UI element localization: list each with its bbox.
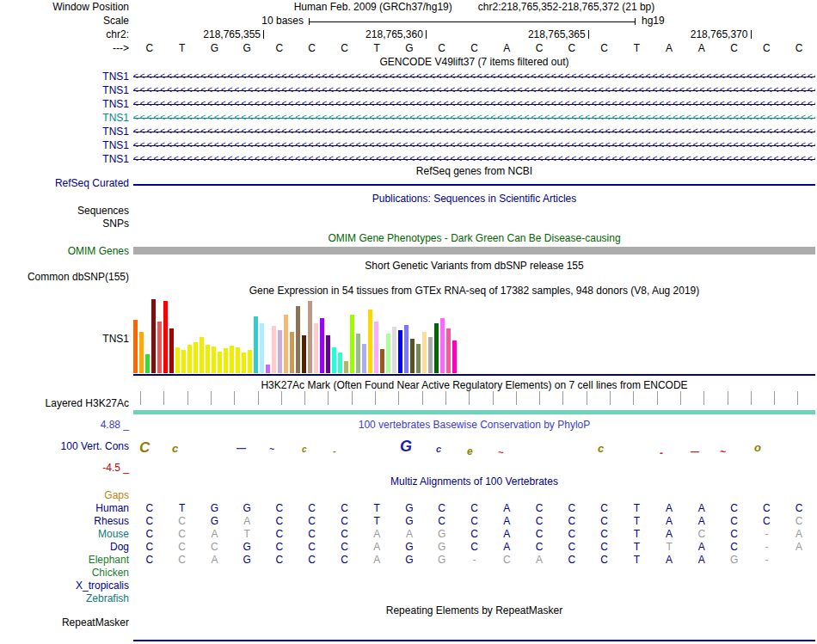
species-label[interactable]: Rhesus (0, 515, 129, 527)
base-letter: A (503, 42, 510, 54)
align-letter: C (536, 528, 544, 540)
align-letter: C (470, 502, 478, 514)
gene-label[interactable]: TNS1 (0, 84, 129, 96)
gene-row[interactable]: <<<<<<<<<<<<<<<<<<<<<<<<<<<<<<<<<<<<<<<<… (133, 112, 815, 124)
gene-label[interactable]: TNS1 (0, 71, 129, 83)
gtex-title[interactable]: Gene Expression in 54 tissues from GTEx … (133, 285, 815, 297)
snps-label[interactable]: SNPs (0, 218, 129, 230)
omim-gene-bar[interactable] (133, 247, 815, 255)
refseq-curated-label[interactable]: RefSeq Curated (0, 178, 129, 189)
align-letter: C (308, 541, 316, 553)
gene-row[interactable]: <<<<<<<<<<<<<<<<<<<<<<<<<<<<<<<<<<<<<<<<… (133, 126, 815, 138)
gene-row[interactable]: <<<<<<<<<<<<<<<<<<<<<<<<<<<<<<<<<<<<<<<<… (133, 139, 815, 151)
phylop-glyph-band: Cc—~c-Gce~c-—~o (133, 439, 815, 463)
sequences-label[interactable]: Sequences (0, 205, 129, 217)
h3k27ac-tick (703, 391, 704, 405)
gene-label[interactable]: TNS1 (0, 153, 129, 165)
scale-bar (309, 18, 636, 25)
align-letter: C (600, 528, 608, 540)
phylop-label[interactable]: 100 Vert. Cons (0, 441, 129, 452)
repeatmasker-title[interactable]: Repeating Elements by RepeatMasker (133, 605, 815, 616)
multiz-title[interactable]: Multiz Alignments of 100 Vertebrates (133, 476, 815, 488)
scale-label: Scale (0, 15, 129, 27)
gtex-bar (181, 350, 186, 373)
publications-title[interactable]: Publications: Sequences in Scientific Ar… (133, 193, 815, 205)
h3k27ac-label[interactable]: Layered H3K27Ac (0, 398, 129, 409)
align-letter: G (405, 554, 413, 566)
align-letter: A (536, 554, 543, 566)
phylop-title[interactable]: 100 vertebrates Basewise Conservation by… (133, 420, 815, 431)
base-letter: T (634, 42, 640, 54)
gtex-bar (320, 318, 324, 373)
gene-strand-arrows: <<<<<<<<<<<<<<<<<<<<<<<<<<<<<<<<<<<<<<<<… (133, 153, 815, 165)
h3k27ac-title[interactable]: H3K27Ac Mark (Often Found Near Active Re… (133, 380, 815, 391)
omim-title[interactable]: OMIM Gene Phenotypes - Dark Green Can Be… (133, 233, 815, 244)
align-letter: C (568, 515, 575, 527)
align-letter: A (698, 502, 705, 514)
gtex-bar (410, 339, 415, 373)
species-label[interactable]: Chicken (0, 567, 129, 579)
phylop-glyph: — (691, 448, 699, 457)
h3k27ac-band[interactable] (133, 410, 815, 414)
align-letter: C (763, 515, 771, 527)
gene-label[interactable]: TNS1 (0, 139, 129, 151)
gene-row[interactable]: <<<<<<<<<<<<<<<<<<<<<<<<<<<<<<<<<<<<<<<<… (133, 84, 815, 96)
gtex-bar-chart[interactable] (133, 297, 460, 373)
h3k27ac-tick (422, 391, 423, 405)
omim-genes-label[interactable]: OMIM Genes (0, 246, 129, 257)
repeatmasker-label[interactable]: RepeatMasker (0, 617, 129, 629)
phylop-glyph: - (660, 448, 663, 458)
gene-label[interactable]: TNS1 (0, 98, 129, 110)
align-letter: C (568, 541, 575, 553)
species-label[interactable]: Human (0, 502, 129, 514)
h3k27ac-tick (751, 391, 752, 405)
align-letter: A (211, 528, 218, 540)
refseq-gene-bar[interactable] (133, 184, 815, 186)
species-label[interactable]: Elephant (0, 554, 129, 566)
gene-row[interactable]: <<<<<<<<<<<<<<<<<<<<<<<<<<<<<<<<<<<<<<<<… (133, 153, 815, 165)
gene-row[interactable]: <<<<<<<<<<<<<<<<<<<<<<<<<<<<<<<<<<<<<<<<… (133, 98, 815, 110)
align-letter: C (730, 528, 738, 540)
gene-row[interactable]: <<<<<<<<<<<<<<<<<<<<<<<<<<<<<<<<<<<<<<<<… (133, 71, 815, 83)
gtex-bar (242, 353, 246, 373)
gene-label[interactable]: TNS1 (0, 126, 129, 138)
h3k27ac-tick (187, 391, 188, 405)
base-letter: C (308, 42, 316, 54)
dbsnp-title[interactable]: Short Genetic Variants from dbSNP releas… (133, 261, 815, 272)
gencode-title[interactable]: GENCODE V49lift37 (7 items filtered out) (133, 57, 815, 68)
h3k27ac-tick (562, 391, 563, 405)
align-letter: A (373, 554, 380, 566)
header-title: Human Feb. 2009 (GRCh37/hg19) chr2:218,7… (133, 2, 815, 13)
gtex-bar (248, 350, 252, 373)
species-label[interactable]: Zebrafish (0, 592, 129, 604)
species-label[interactable]: Dog (0, 541, 129, 553)
align-letter: C (438, 502, 445, 514)
dbsnp-label[interactable]: Common dbSNP(155) (0, 272, 129, 283)
ruler-tick (426, 30, 427, 39)
gtex-gene-label[interactable]: TNS1 (0, 334, 129, 345)
window-position-label: Window Position (0, 2, 129, 13)
gtex-bar (332, 347, 336, 373)
species-label[interactable]: Gaps (0, 489, 129, 501)
refseq-title[interactable]: RefSeq genes from NCBI (133, 166, 815, 177)
base-letter: T (374, 42, 380, 54)
gene-label[interactable]: TNS1 (0, 112, 129, 124)
align-letter: C (730, 515, 738, 527)
base-letter: C (796, 42, 803, 54)
h3k27ac-tick (587, 391, 587, 405)
species-label[interactable]: Mouse (0, 528, 129, 540)
gene-strand-arrows: <<<<<<<<<<<<<<<<<<<<<<<<<<<<<<<<<<<<<<<<… (133, 71, 815, 83)
h3k27ac-tick (539, 391, 540, 405)
gtex-bar (296, 306, 300, 373)
base-letter: A (698, 42, 705, 54)
gtex-bar (266, 365, 270, 373)
direction-label: ---> (0, 43, 129, 54)
align-letter: T (374, 502, 380, 514)
align-letter: C (503, 554, 511, 566)
phylop-max-label: 4.88 _ (0, 420, 129, 431)
align-letter: C (697, 528, 705, 540)
align-letter: C (178, 541, 186, 553)
align-letter: C (536, 515, 544, 527)
align-letter: C (600, 515, 608, 527)
species-label[interactable]: X_tropicalis (0, 580, 129, 592)
